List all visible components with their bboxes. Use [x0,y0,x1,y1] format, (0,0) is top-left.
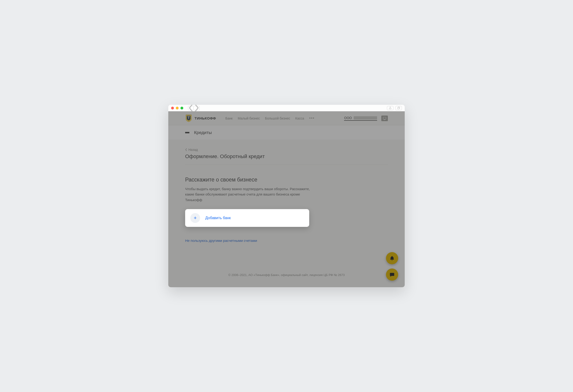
bell-icon [390,256,395,261]
main-nav: Банк Малый бизнес Большой бизнес Касса •… [225,117,315,120]
nav-more-icon[interactable]: ••• [309,117,315,120]
brand-name: ТИНЬКОФФ [195,116,216,120]
app-viewport: ТИНЬКОФФ Банк Малый бизнес Большой бизне… [168,111,405,287]
form-section-description: Чтобы выдать кредит, банку важно подтвер… [185,186,312,203]
nav-bank[interactable]: Банк [225,117,233,120]
plus-icon: + [190,213,200,223]
page-title: Оформление. Оборотный кредит [185,153,388,159]
company-selector[interactable]: ООО [344,116,377,121]
back-label: Назад [188,148,198,152]
nav-kassa[interactable]: Касса [295,117,304,120]
divider [185,165,388,165]
no-other-accounts-link[interactable]: Не пользуюсь другими расчетными счетами [185,239,257,242]
chevron-left-icon [185,148,187,151]
company-name-redacted [354,116,377,119]
nav-small-business[interactable]: Малый бизнес [238,117,260,120]
footer-copyright: © 2006–2021, АО «Тинькофф Банк», официал… [185,273,388,282]
maximize-window-icon[interactable] [180,107,183,109]
fab-stack [386,252,398,281]
add-bank-card[interactable]: + Добавить банк [185,209,309,227]
nav-big-business[interactable]: Большой бизнес [265,117,290,120]
svg-rect-0 [398,107,399,109]
form-section-title: Расскажите о своем бизнесе [185,177,388,183]
section-title: Кредиты [194,130,212,135]
minimize-window-icon[interactable] [176,107,179,109]
back-link[interactable]: Назад [185,148,388,152]
browser-nav-arrows [188,106,200,110]
close-window-icon[interactable] [171,107,174,109]
section-subbar: Кредиты [168,125,405,140]
share-button[interactable] [387,106,394,110]
menu-icon[interactable] [185,132,189,133]
browser-back-button[interactable] [188,106,194,110]
bank-header: ТИНЬКОФФ Банк Малый бизнес Большой бизне… [168,111,405,125]
browser-forward-button[interactable] [194,106,200,110]
chat-fab[interactable] [386,269,398,281]
traffic-lights [171,107,183,109]
account-switcher-button[interactable] [381,116,388,121]
chat-icon [390,272,395,277]
tabs-button[interactable] [395,106,402,110]
svg-rect-1 [383,117,386,119]
company-prefix: ООО [344,116,352,120]
brand-shield-icon [185,114,192,122]
notifications-fab[interactable] [386,252,398,264]
mac-titlebar [168,105,405,111]
brand-logo[interactable]: ТИНЬКОФФ [185,114,216,122]
add-bank-label: Добавить банк [205,216,231,220]
browser-window: ТИНЬКОФФ Банк Малый бизнес Большой бизне… [168,105,405,287]
